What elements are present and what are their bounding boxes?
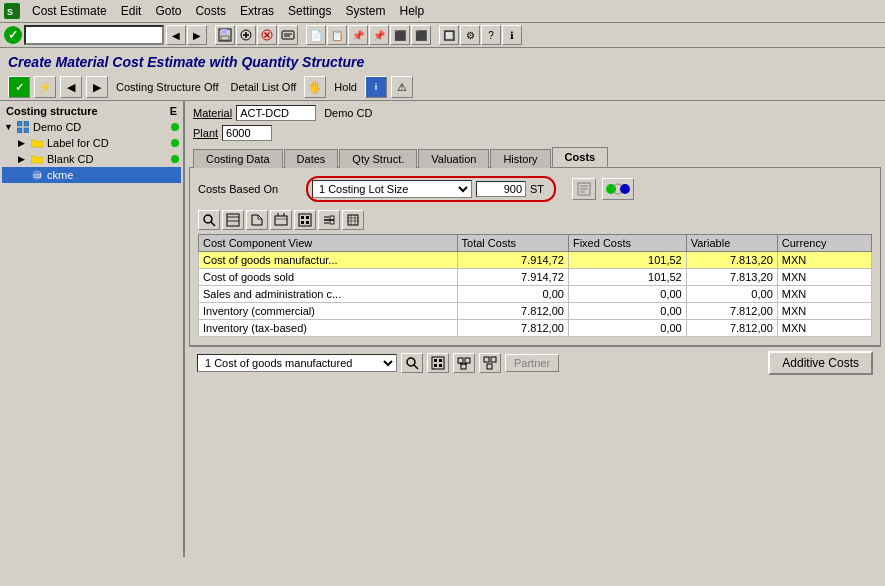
tab-dates[interactable]: Dates <box>284 149 339 168</box>
svg-rect-31 <box>432 357 444 369</box>
tab-qty-struct[interactable]: Qty Struct. <box>339 149 417 168</box>
tree-item-blank-cd-label: Blank CD <box>47 153 93 165</box>
material-label[interactable]: Material <box>193 107 232 119</box>
plant-label[interactable]: Plant <box>193 127 218 139</box>
tree-item-demo-cd[interactable]: ▼ Demo CD <box>2 119 181 135</box>
cell-view-1: Cost of goods sold <box>199 269 458 286</box>
cell-view-3: Inventory (commercial) <box>199 303 458 320</box>
warning-icon[interactable]: ⚠ <box>391 76 413 98</box>
table-row[interactable]: Cost of goods manufactur... 7.914,72 101… <box>199 252 872 269</box>
tbl-btn-5[interactable] <box>294 210 316 230</box>
svg-rect-7 <box>282 31 294 39</box>
next-button[interactable]: ▶ <box>187 25 207 45</box>
cell-variable-1: 7.813,20 <box>686 269 777 286</box>
toolbar2-btn-prev[interactable]: ◀ <box>60 76 82 98</box>
tree-item-label-cd[interactable]: ▶ Label for CD <box>2 135 181 151</box>
toolbar-btn-6[interactable]: 📌 <box>348 25 368 45</box>
svg-rect-32 <box>434 359 437 362</box>
bottom-dropdown[interactable]: 1 Cost of goods manufactured <box>197 354 397 372</box>
bottom-btn-1[interactable] <box>401 353 423 373</box>
menu-goto[interactable]: Goto <box>149 2 187 20</box>
costs-unit: ST <box>530 183 550 195</box>
cell-variable-4: 7.812,00 <box>686 320 777 337</box>
col-header-variable: Variable <box>686 235 777 252</box>
tab-history[interactable]: History <box>490 149 550 168</box>
tbl-btn-1[interactable] <box>198 210 220 230</box>
menu-edit[interactable]: Edit <box>115 2 148 20</box>
info-btn[interactable]: ℹ <box>502 25 522 45</box>
svg-rect-44 <box>491 357 496 362</box>
cell-fixed-2: 0,00 <box>568 286 686 303</box>
costs-icon-btn2[interactable] <box>602 178 634 200</box>
cell-fixed-0: 101,52 <box>568 252 686 269</box>
tree-item-blank-cd[interactable]: ▶ Blank CD <box>2 151 181 167</box>
costs-quantity[interactable] <box>476 181 526 197</box>
toolbar-btn-7[interactable]: 📌 <box>369 25 389 45</box>
tab-costs[interactable]: Costs <box>552 147 609 167</box>
toolbar-btn-5[interactable]: 📋 <box>327 25 347 45</box>
tab-valuation[interactable]: Valuation <box>418 149 489 168</box>
cell-fixed-4: 0,00 <box>568 320 686 337</box>
hold-icon[interactable]: 🖐 <box>304 76 326 98</box>
toolbar2-btn1[interactable]: ⚡ <box>34 76 56 98</box>
toolbar-btn-9[interactable]: ⬛ <box>411 25 431 45</box>
cost-table: Cost Component View Total Costs Fixed Co… <box>198 234 872 337</box>
costs-icon-btn1[interactable] <box>572 178 596 200</box>
partner-button[interactable]: Partner <box>505 354 559 372</box>
svg-rect-11 <box>24 128 29 133</box>
bottom-btn-4[interactable] <box>479 353 501 373</box>
svg-rect-34 <box>434 364 437 367</box>
svg-point-29 <box>407 358 415 366</box>
menu-settings[interactable]: Settings <box>282 2 337 20</box>
toolbar2-btn-next[interactable]: ▶ <box>86 76 108 98</box>
tbl-btn-7[interactable] <box>342 210 364 230</box>
main-content: Costing structure E ▼ Demo CD ▶ <box>0 101 885 557</box>
additive-costs-button[interactable]: Additive Costs <box>768 351 873 375</box>
menu-system[interactable]: System <box>339 2 391 20</box>
save-button[interactable] <box>215 25 235 45</box>
tab-costing-data[interactable]: Costing Data <box>193 149 283 168</box>
menu-extras[interactable]: Extras <box>234 2 280 20</box>
cell-view-0: Cost of goods manufactur... <box>199 252 458 269</box>
toolbar-btn-8[interactable]: ⬛ <box>390 25 410 45</box>
table-row[interactable]: Inventory (tax-based) 7.812,00 0,00 7.81… <box>199 320 872 337</box>
toolbar-btn-1[interactable] <box>236 25 256 45</box>
tree-item-ckme[interactable]: cd ckme <box>2 167 181 183</box>
table-row[interactable]: Cost of goods sold 7.914,72 101,52 7.813… <box>199 269 872 286</box>
costing-structure-btn[interactable]: Costing Structure Off <box>112 81 223 93</box>
grid-icon <box>16 120 30 134</box>
ok-button[interactable]: ✓ <box>4 26 22 44</box>
prev-button[interactable]: ◀ <box>166 25 186 45</box>
toolbar-btn-2[interactable] <box>257 25 277 45</box>
menu-costs[interactable]: Costs <box>189 2 232 20</box>
tbl-btn-2[interactable] <box>222 210 244 230</box>
filter-btn[interactable]: 🔲 <box>439 25 459 45</box>
info-icon2[interactable]: i <box>365 76 387 98</box>
material-value: ACT-DCD <box>236 105 316 121</box>
settings-btn[interactable]: ⚙ <box>460 25 480 45</box>
costs-dropdown[interactable]: 1 Costing Lot Size <box>312 180 472 198</box>
tbl-btn-6[interactable] <box>318 210 340 230</box>
table-row[interactable]: Sales and administration c... 0,00 0,00 … <box>199 286 872 303</box>
menu-cost-estimate[interactable]: Cost Estimate <box>26 2 113 20</box>
material-desc: Demo CD <box>324 107 372 119</box>
toolbar-btn-3[interactable] <box>278 25 298 45</box>
tbl-btn-4[interactable] <box>270 210 292 230</box>
cell-currency-0: MXN <box>777 252 871 269</box>
help-btn[interactable]: ? <box>481 25 501 45</box>
svg-rect-9 <box>24 121 29 126</box>
toolbar-btn-4[interactable]: 📄 <box>306 25 326 45</box>
cell-variable-2: 0,00 <box>686 286 777 303</box>
tree-item-demo-cd-label: Demo CD <box>33 121 81 133</box>
cell-fixed-3: 0,00 <box>568 303 686 320</box>
table-row[interactable]: Inventory (commercial) 7.812,00 0,00 7.8… <box>199 303 872 320</box>
detail-list-btn[interactable]: Detail List Off <box>227 81 301 93</box>
hold-btn[interactable]: Hold <box>330 81 361 93</box>
tbl-btn-3[interactable] <box>246 210 268 230</box>
check-green-btn[interactable]: ✓ <box>8 76 30 98</box>
bottom-btn-2[interactable] <box>427 353 449 373</box>
plant-value: 6000 <box>222 125 272 141</box>
menu-help[interactable]: Help <box>393 2 430 20</box>
command-field[interactable] <box>24 25 164 45</box>
bottom-btn-3[interactable] <box>453 353 475 373</box>
